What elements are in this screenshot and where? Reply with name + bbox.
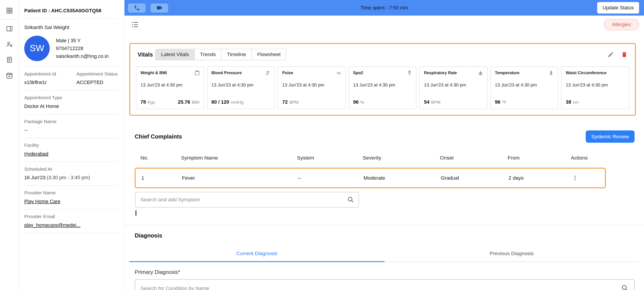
vital-card-temperature[interactable]: Temperature 13 Jun'23 at 4:30 pm 96⁰F	[490, 66, 558, 109]
tab-flowsheet[interactable]: Flowsheet	[252, 49, 286, 60]
complaint-row[interactable]: 1 Fever -- Moderate Gradual 2 days	[135, 168, 606, 188]
vital-card-respiratory-rate[interactable]: Respiratory Rate 13 Jun'23 at 4:30 pm 54…	[420, 66, 488, 109]
update-status-button[interactable]: Update Status	[597, 2, 639, 13]
call-topbar: Time spent - 7:50 min Update Status	[124, 0, 644, 16]
text-caret	[136, 210, 136, 216]
patient-demographics: Male | 35 Y	[56, 37, 108, 44]
layout-board-icon[interactable]	[2, 21, 16, 37]
row-actions-kebab-icon[interactable]	[566, 174, 605, 182]
complaint-no: 1	[136, 175, 182, 181]
phone-call-button[interactable]	[127, 3, 146, 13]
vitals-section: Vitals Latest Vitals Trends Timeline Flo…	[129, 43, 636, 116]
scheduled-date: 16 Jun'23	[24, 175, 46, 180]
col-actions: Actions	[565, 155, 634, 161]
patient-id: Patient ID : AHC.C535A0GGTQ58	[24, 0, 118, 19]
tab-current-diagnosis[interactable]: Current Diagnosis	[129, 246, 384, 262]
waist-value: 38	[566, 99, 571, 105]
condition-search-input[interactable]	[135, 279, 634, 290]
app-window: Patient ID : AHC.C535A0GGTQ58 Srikanth S…	[0, 0, 644, 290]
tab-previous-diagnosis[interactable]: Previous Diagnosis	[384, 246, 639, 262]
appointment-status-label: Appointment Status	[76, 71, 119, 76]
vital-card-blood-pressure[interactable]: Blood Pressure 13 Jun'23 at 4:30 pm 80 /…	[207, 66, 275, 109]
video-camera-icon	[156, 4, 162, 11]
vital-card-spo2[interactable]: Spo2 13 Jun'23 at 4:30 pm 96%	[349, 66, 417, 109]
appointment-id-label: Appointment Id	[24, 71, 74, 76]
col-severity: Severity	[363, 155, 440, 161]
manage-patients-icon[interactable]	[2, 36, 16, 52]
col-symptom-name: Symptom Name	[181, 155, 297, 161]
consultation-content: Allergies Vitals Latest Vitals Trends Ti…	[124, 16, 644, 290]
vital-card-pulse[interactable]: Pulse 13 Jun'23 at 4:30 pm 72BPM	[278, 66, 346, 109]
main-panel: Time spent - 7:50 min Update Status Alle…	[124, 0, 644, 290]
tab-timeline[interactable]: Timeline	[222, 49, 252, 60]
time-spent-label: Time spent - 7:50 min	[124, 5, 644, 11]
appointment-id-value: x15kflrw1r	[24, 80, 74, 85]
vital-card-weight-bmi[interactable]: Weight & BMI 13 Jun'23 at 4:30 pm 78Kgs …	[136, 66, 204, 109]
pulse-wave-icon	[336, 70, 342, 78]
tab-trends[interactable]: Trends	[195, 49, 222, 60]
col-no: No.	[135, 155, 181, 161]
provider-name-section: Provider Name Play Home Care	[24, 186, 118, 209]
weight-scale-icon	[194, 70, 200, 78]
complaint-severity: Moderate	[364, 175, 440, 181]
temperature-value: 96	[495, 99, 500, 105]
appointment-type-value: Doctor At Home	[24, 103, 118, 109]
scheduled-time: (3:30 pm - 3:45 pm)	[47, 175, 90, 180]
pulse-value: 72	[282, 99, 288, 105]
package-value: --	[24, 127, 118, 133]
col-from: From	[508, 155, 565, 161]
systemic-review-button[interactable]: Systemic Review	[586, 131, 634, 143]
appointment-id-status: Appointment Id x15kflrw1r Appointment St…	[24, 67, 118, 91]
patient-phone: 9704712228	[56, 44, 108, 52]
patient-email: saisrikanth.n@hng.co.in	[56, 52, 108, 60]
appointments-calendar-icon[interactable]	[2, 68, 16, 83]
provider-name-label: Provider Name	[24, 190, 118, 195]
provider-email-link[interactable]: play_homecare@medei...	[24, 222, 118, 228]
facility-section: Facility Hyderabad	[24, 138, 118, 162]
vital-cards-row: Weight & BMI 13 Jun'23 at 4:30 pm 78Kgs …	[136, 66, 629, 109]
allergies-button[interactable]: Allergies	[604, 19, 639, 30]
vital-card-waist-circumference[interactable]: Waist Circumference 13 Jun'23 at 4:30 pm…	[561, 66, 629, 109]
bmi-value: 25.76	[178, 99, 190, 105]
chief-complaints-title: Chief Complaints	[135, 133, 182, 140]
notes-icon[interactable]	[2, 52, 16, 68]
provider-email-label: Provider Email	[24, 214, 118, 219]
delete-vitals-button[interactable]	[621, 51, 628, 58]
rail-divider	[0, 19, 19, 20]
package-section: Package Name --	[24, 114, 118, 138]
tab-latest-vitals[interactable]: Latest Vitals	[156, 49, 195, 60]
spo2-sensor-icon	[407, 70, 413, 78]
edit-vitals-button[interactable]	[608, 51, 614, 58]
primary-diagnosis-label: Primary Diagnosis*	[135, 269, 634, 275]
phone-icon	[134, 5, 140, 11]
diagnosis-section: Diagnosis Current Diagnosis Previous Dia…	[124, 225, 644, 290]
complaints-table: No. Symptom Name System Severity Onset F…	[135, 155, 634, 188]
vitals-title: Vitals	[138, 51, 153, 58]
scheduled-label: Scheduled At	[24, 166, 118, 171]
facility-link[interactable]: Hyderabad	[24, 151, 118, 157]
complaint-from: 2 days	[508, 175, 566, 181]
lungs-icon	[478, 70, 483, 78]
avatar: SW	[24, 36, 50, 61]
thermometer-icon	[548, 70, 554, 78]
facility-label: Facility	[24, 143, 118, 148]
symptom-search-input[interactable]	[135, 192, 359, 208]
list-view-icon[interactable]	[131, 21, 139, 28]
toolbar-row: Allergies	[124, 16, 644, 34]
video-call-button[interactable]	[150, 3, 169, 13]
complaint-system: --	[298, 175, 364, 181]
bp-value: 80 / 120	[212, 99, 229, 105]
spo2-value: 96	[353, 99, 359, 105]
provider-email-section: Provider Email play_homecare@medei...	[24, 210, 118, 233]
scheduled-section: Scheduled At 16 Jun'23(3:30 pm - 3:45 pm…	[24, 162, 118, 186]
patient-profile: SW Male | 35 Y 9704712228 saisrikanth.n@…	[24, 36, 118, 67]
condition-search	[135, 279, 634, 290]
col-onset: Onset	[440, 155, 508, 161]
vitals-tab-group: Latest Vitals Trends Timeline Flowsheet	[155, 49, 286, 60]
complaints-table-header: No. Symptom Name System Severity Onset F…	[135, 155, 634, 161]
dashboard-icon[interactable]	[2, 3, 16, 18]
complaint-onset: Gradual	[440, 175, 508, 181]
provider-name-link[interactable]: Play Home Care	[24, 198, 118, 204]
diagnosis-title: Diagnosis	[124, 225, 644, 239]
symptom-search	[135, 192, 359, 208]
